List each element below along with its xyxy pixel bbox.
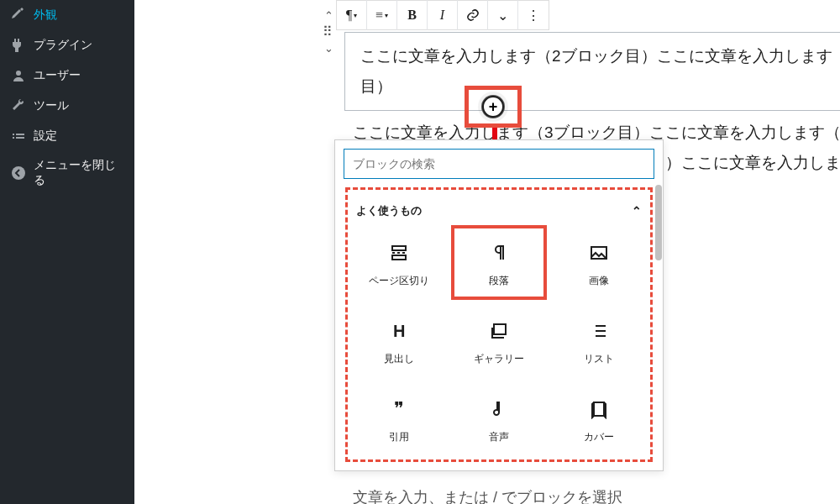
empty-paragraph-placeholder[interactable]: 文章を入力、または / でブロックを選択 — [353, 487, 622, 504]
toolbar-italic[interactable]: I — [428, 0, 458, 30]
block-inserter-panel: よく使うもの ⌃ ページ区切り 段落 画像 H — [334, 139, 664, 471]
annotation-highlight-plus: + — [465, 86, 522, 128]
block-tile-image[interactable]: 画像 — [550, 225, 647, 300]
tile-label: 引用 — [389, 430, 409, 444]
sidebar-item-appearance[interactable]: 外観 — [0, 0, 134, 30]
plugins-icon — [10, 37, 27, 54]
block-tile-pagebreak[interactable]: ページ区切り — [351, 225, 448, 300]
collapse-icon — [10, 165, 27, 181]
list-icon — [588, 320, 610, 342]
scrollbar-thumb[interactable] — [655, 185, 662, 260]
users-icon — [10, 67, 27, 84]
block-tile-list[interactable]: リスト — [550, 303, 647, 378]
move-down-button[interactable]: ⌄ — [324, 43, 333, 54]
block-tile-quote[interactable]: ❞ 引用 — [351, 381, 448, 456]
tile-label: 音声 — [489, 430, 509, 444]
sidebar-item-users[interactable]: ユーザー — [0, 60, 134, 91]
block-tile-paragraph[interactable]: 段落 — [451, 225, 548, 300]
sidebar-item-label: プラグイン — [34, 38, 92, 53]
sidebar-item-label: メニューを閉じる — [34, 158, 124, 188]
toolbar-link[interactable] — [458, 0, 488, 30]
tile-label: カバー — [584, 430, 614, 444]
tile-label: 見出し — [384, 352, 414, 366]
toolbar-more[interactable]: ⋮ — [518, 0, 549, 30]
quote-icon: ❞ — [388, 398, 410, 420]
sidebar-item-settings[interactable]: 設定 — [0, 121, 134, 151]
chevron-down-icon: ▾ — [385, 12, 388, 19]
annotation-highlight-grid: よく使うもの ⌃ ページ区切り 段落 画像 H — [345, 187, 653, 462]
sidebar-item-tools[interactable]: ツール — [0, 91, 134, 121]
block-toolbar: ¶▾ ≡▾ B I ⌄ ⋮ — [336, 0, 549, 30]
drag-handle[interactable]: ⠿ — [323, 23, 334, 41]
sidebar-item-plugins[interactable]: プラグイン — [0, 30, 134, 60]
image-icon — [588, 242, 610, 264]
admin-sidebar: 外観 プラグイン ユーザー ツール 設定 メニューを閉じる — [0, 0, 134, 504]
sidebar-item-label: ユーザー — [34, 68, 81, 83]
audio-icon — [488, 398, 510, 420]
insert-block-button[interactable]: + — [482, 96, 504, 118]
paragraph-icon — [488, 242, 510, 264]
chevron-down-icon: ▾ — [354, 12, 357, 19]
block-tile-audio[interactable]: 音声 — [451, 381, 548, 456]
tile-label: ギャラリー — [474, 352, 524, 366]
tile-label: リスト — [584, 352, 614, 366]
chevron-down-icon: ⌄ — [497, 8, 508, 24]
sidebar-item-label: 外観 — [34, 8, 57, 23]
tile-label: 段落 — [489, 274, 509, 288]
block-search-input[interactable] — [344, 149, 654, 179]
paragraph-text[interactable]: ここに文章を入力します（2ブロック目）ここに文章を入力します（2ブロック目） — [360, 41, 840, 102]
tile-label: ページ区切り — [369, 274, 429, 288]
inserter-section-header[interactable]: よく使うもの ⌃ — [351, 193, 647, 225]
pagebreak-icon — [388, 242, 410, 264]
block-tile-cover[interactable]: カバー — [550, 381, 647, 456]
gallery-icon — [488, 320, 510, 342]
appearance-icon — [10, 7, 27, 24]
toolbar-align[interactable]: ≡▾ — [367, 0, 397, 30]
sidebar-item-collapse[interactable]: メニューを閉じる — [0, 151, 134, 195]
tile-label: 画像 — [589, 274, 609, 288]
sidebar-item-label: 設定 — [34, 129, 57, 144]
move-up-button[interactable]: ⌃ — [324, 10, 333, 21]
toolbar-bold[interactable]: B — [397, 0, 428, 30]
section-title: よく使うもの — [356, 203, 422, 218]
sidebar-item-label: ツール — [34, 98, 69, 113]
svg-rect-2 — [494, 324, 506, 334]
block-tiles-grid: ページ区切り 段落 画像 H 見出し ギャラリー — [351, 225, 647, 456]
link-icon — [465, 8, 480, 23]
svg-point-0 — [12, 166, 25, 180]
heading-icon: H — [388, 320, 410, 342]
block-tile-gallery[interactable]: ギャラリー — [451, 303, 548, 378]
chevron-up-icon: ⌃ — [632, 204, 642, 218]
block-tile-heading[interactable]: H 見出し — [351, 303, 448, 378]
paragraph-block-2[interactable]: ここに文章を入力します（2ブロック目）ここに文章を入力します（2ブロック目） — [344, 32, 840, 111]
toolbar-more-inline[interactable]: ⌄ — [488, 0, 518, 30]
inserter-scrollbar[interactable] — [654, 176, 664, 462]
settings-icon — [10, 128, 27, 144]
toolbar-block-type[interactable]: ¶▾ — [337, 0, 367, 30]
tools-icon — [10, 97, 27, 114]
cover-icon — [588, 398, 610, 420]
block-mover: ⌃ ⠿ ⌄ — [318, 10, 339, 54]
plus-icon: + — [489, 98, 498, 116]
